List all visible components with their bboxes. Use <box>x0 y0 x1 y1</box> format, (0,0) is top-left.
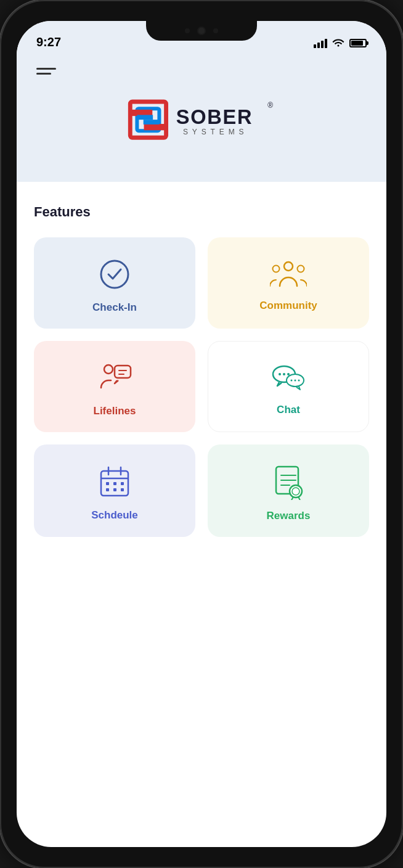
schedule-card[interactable]: Schdeule <box>34 444 195 537</box>
menu-button[interactable] <box>36 68 367 75</box>
signal-icon <box>314 39 327 48</box>
svg-rect-5 <box>144 120 160 125</box>
status-bar: 9:27 <box>17 21 386 55</box>
notch <box>146 21 257 41</box>
menu-line-2 <box>36 73 51 75</box>
chat-icon <box>271 362 306 394</box>
main-content: Features Check-In <box>17 182 386 559</box>
features-grid: Check-In <box>34 237 369 537</box>
svg-rect-30 <box>113 482 116 485</box>
svg-rect-34 <box>121 488 124 491</box>
svg-point-39 <box>290 485 302 497</box>
svg-text:SYSTEMS: SYSTEMS <box>183 128 248 136</box>
check-in-card[interactable]: Check-In <box>34 237 195 329</box>
check-in-label: Check-In <box>92 301 137 314</box>
svg-point-13 <box>104 365 113 374</box>
lifelines-icon <box>96 361 133 395</box>
rewards-card[interactable]: Rewards <box>208 444 369 537</box>
svg-point-19 <box>283 373 285 375</box>
phone-frame: 9:27 <box>0 0 403 868</box>
app-logo: SOBER ® SYSTEMS <box>128 96 275 145</box>
svg-rect-14 <box>115 366 131 378</box>
svg-rect-29 <box>106 482 109 485</box>
face-id-sensor <box>213 28 218 33</box>
wifi-icon <box>332 37 344 49</box>
check-in-icon <box>97 257 132 292</box>
header-area: SOBER ® SYSTEMS <box>17 55 386 182</box>
svg-rect-32 <box>106 488 109 491</box>
logo-container: SOBER ® SYSTEMS <box>36 89 367 157</box>
svg-point-24 <box>298 380 300 382</box>
svg-point-10 <box>284 262 293 271</box>
svg-point-23 <box>295 380 296 382</box>
status-time: 9:27 <box>36 35 61 49</box>
community-icon <box>270 259 307 290</box>
svg-rect-33 <box>113 488 116 491</box>
svg-point-9 <box>101 261 128 288</box>
svg-line-42 <box>298 497 301 500</box>
chat-label: Chat <box>277 404 300 416</box>
svg-rect-31 <box>121 482 124 485</box>
status-icons <box>314 37 367 49</box>
svg-line-41 <box>291 497 293 500</box>
svg-rect-3 <box>144 124 166 130</box>
svg-text:SOBER: SOBER <box>176 106 253 128</box>
svg-rect-4 <box>137 115 153 120</box>
svg-text:®: ® <box>267 101 273 110</box>
svg-point-11 <box>273 266 280 272</box>
rewards-icon <box>272 464 304 500</box>
phone-screen: 9:27 <box>17 21 386 847</box>
rewards-label: Rewards <box>267 510 311 522</box>
front-camera <box>197 27 206 35</box>
features-title: Features <box>34 204 369 220</box>
chat-card[interactable]: Chat <box>208 341 369 432</box>
svg-point-12 <box>298 266 304 272</box>
svg-point-22 <box>291 380 293 382</box>
schedule-label: Schdeule <box>91 509 138 522</box>
front-sensor <box>185 28 190 33</box>
svg-point-18 <box>279 373 281 375</box>
battery-icon <box>349 39 367 47</box>
community-label: Community <box>259 300 317 312</box>
lifelines-label: Lifelines <box>94 405 136 417</box>
menu-line-1 <box>36 68 56 70</box>
lifelines-card[interactable]: Lifelines <box>34 341 195 432</box>
svg-point-20 <box>287 373 290 375</box>
community-card[interactable]: Community <box>208 237 369 329</box>
battery-fill <box>351 41 363 46</box>
schedule-icon <box>99 465 131 499</box>
